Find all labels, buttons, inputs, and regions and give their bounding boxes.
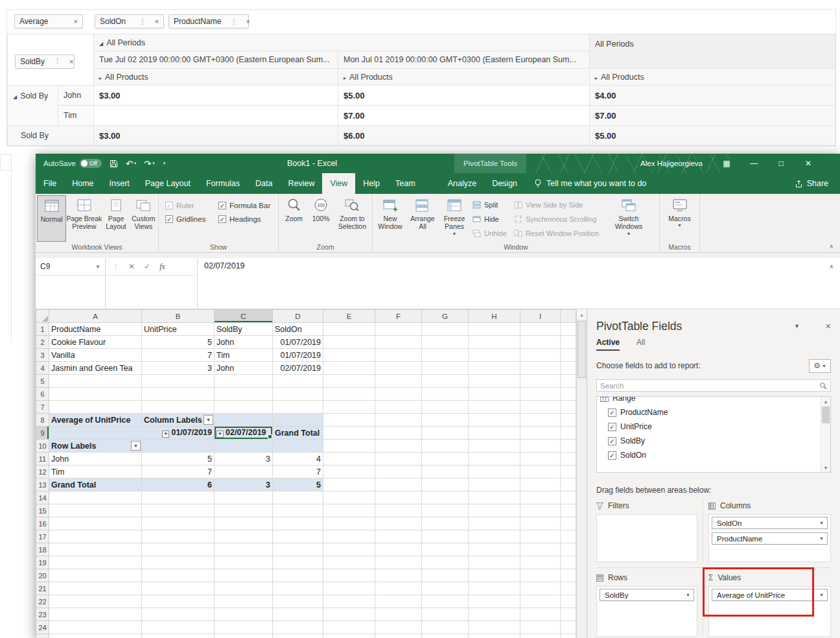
cell-C9[interactable]: +02/07/2019 (215, 427, 273, 440)
cell-B3[interactable]: 7 (142, 349, 215, 362)
pane-options-caret-icon[interactable]: ▼ (794, 323, 800, 329)
minimize-button[interactable]: — (740, 154, 767, 173)
cell-I9[interactable] (520, 427, 561, 440)
cell-filler[interactable] (561, 427, 576, 440)
cell-filler[interactable] (561, 608, 576, 621)
formula-bar-checkbox[interactable]: ✓Formula Bar (218, 202, 274, 209)
row-header-1[interactable]: 1 (36, 323, 49, 336)
share-button[interactable]: Share (783, 173, 840, 194)
cell-B16[interactable] (142, 517, 215, 530)
filters-well[interactable] (596, 514, 697, 562)
cell-A21[interactable] (49, 582, 142, 595)
row-header-8[interactable]: 8 (36, 414, 49, 427)
freeze-panes-button[interactable]: Freeze Panes ▼ (439, 195, 470, 242)
zoom-button[interactable]: Zoom (280, 195, 308, 242)
cell-B11[interactable]: 5 (142, 453, 215, 466)
field-chip-soldby[interactable]: SoldBy▼ (600, 589, 694, 601)
cell-H10[interactable] (469, 440, 520, 453)
cell-F18[interactable] (375, 543, 422, 556)
redo-icon[interactable]: ↷▾ (144, 159, 154, 169)
cell-filler[interactable] (561, 401, 576, 414)
cell-E14[interactable] (323, 491, 375, 504)
cell-A17[interactable] (49, 530, 142, 543)
split-button[interactable]: Split (470, 198, 511, 211)
drag-handle-icon[interactable]: ⋮ (230, 18, 237, 26)
pivot-chip-soldby[interactable]: SoldBy ⋮ × (15, 54, 75, 69)
cell-filler[interactable] (561, 556, 576, 569)
formula-bar-collapse-icon[interactable]: ∧ (829, 263, 834, 270)
cell-filler[interactable] (561, 582, 576, 595)
cell-I7[interactable] (520, 401, 561, 414)
cell-E9[interactable] (323, 427, 375, 440)
normal-view-button[interactable]: Normal (37, 195, 66, 242)
field-checkbox-soldon[interactable]: ✓SoldOn (600, 448, 819, 462)
pivot-chip-average[interactable]: Average × (14, 14, 83, 29)
cell-G4[interactable] (422, 362, 469, 375)
close-button[interactable]: ✕ (795, 154, 822, 173)
page-break-preview-button[interactable]: Page Break Preview (66, 195, 102, 242)
resize-handle-icon[interactable]: ⋮ (112, 263, 119, 271)
cell-E11[interactable] (323, 453, 375, 466)
cell-E6[interactable] (323, 388, 375, 401)
cell-A15[interactable] (49, 504, 142, 517)
tab-review[interactable]: Review (280, 173, 322, 194)
cell-D15[interactable] (273, 504, 323, 517)
cell-I3[interactable] (520, 349, 561, 362)
col-header-G[interactable]: G (422, 310, 469, 323)
cell-filler[interactable] (561, 491, 576, 504)
cell-I18[interactable] (520, 543, 561, 556)
row-header-9[interactable]: 9 (36, 427, 49, 440)
pivot-col-header-date-2[interactable]: Mon Jul 01 2019 00:00:00 GMT+0300 (Easte… (338, 51, 590, 69)
row-header-22[interactable]: 22 (36, 595, 49, 608)
field-chip-soldon[interactable]: SoldOn▼ (712, 517, 828, 529)
cell-E12[interactable] (323, 466, 375, 478)
pivot-col-header-all-periods[interactable]: ◢All Periods (94, 34, 590, 51)
cell-I17[interactable] (520, 530, 561, 543)
expanded-icon[interactable]: ◢ (99, 41, 103, 47)
col-header-I[interactable]: I (520, 310, 561, 323)
cell-H8[interactable] (469, 414, 520, 427)
cell-A6[interactable] (49, 388, 142, 401)
row-header-19[interactable]: 19 (36, 556, 49, 569)
cell-D22[interactable] (273, 595, 323, 608)
scroll-down-icon[interactable]: ▼ (821, 463, 830, 472)
row-header-6[interactable]: 6 (36, 388, 49, 401)
cell-E7[interactable] (323, 401, 375, 414)
cell-G8[interactable] (422, 414, 469, 427)
tab-design[interactable]: Design (484, 173, 525, 194)
cell-B19[interactable] (142, 556, 215, 569)
cell-B10[interactable] (142, 440, 215, 453)
row-header-20[interactable]: 20 (36, 569, 49, 582)
rows-well[interactable]: SoldBy▼ (596, 586, 697, 637)
cell-G25[interactable] (422, 634, 469, 638)
cell-F7[interactable] (375, 401, 422, 414)
cell-C7[interactable] (215, 401, 273, 414)
cell-C15[interactable] (215, 504, 273, 517)
row-header-24[interactable]: 24 (36, 621, 49, 634)
cell-D1[interactable]: SoldOn (273, 323, 323, 336)
autosave-switch[interactable]: Off (80, 159, 102, 168)
cell-D24[interactable] (273, 621, 323, 634)
cell-E18[interactable] (323, 543, 375, 556)
cell-filler[interactable] (561, 466, 576, 478)
cell-F22[interactable] (375, 595, 422, 608)
cell-D11[interactable]: 4 (273, 453, 323, 466)
pane-tab-active[interactable]: Active (596, 338, 620, 351)
cell-I8[interactable] (520, 414, 561, 427)
cell-B14[interactable] (142, 491, 215, 504)
tab-help[interactable]: Help (355, 173, 388, 194)
cell-E16[interactable] (323, 517, 375, 530)
cell-C18[interactable] (215, 543, 273, 556)
cell-D2[interactable]: 01/07/2019 (273, 336, 323, 349)
cell-G2[interactable] (422, 336, 469, 349)
pivot-col-header-all-products-1[interactable]: ▸All Products (94, 69, 338, 86)
cell-A25[interactable] (49, 634, 142, 638)
cell-G6[interactable] (422, 388, 469, 401)
cell-F13[interactable] (375, 478, 422, 491)
cell-filler[interactable] (561, 595, 576, 608)
cell-E8[interactable] (323, 414, 375, 427)
filter-dropdown-icon[interactable]: ▼ (204, 415, 213, 425)
cell-C5[interactable] (215, 375, 273, 388)
pane-tab-all[interactable]: All (636, 338, 645, 351)
cell-B2[interactable]: 5 (142, 336, 215, 349)
